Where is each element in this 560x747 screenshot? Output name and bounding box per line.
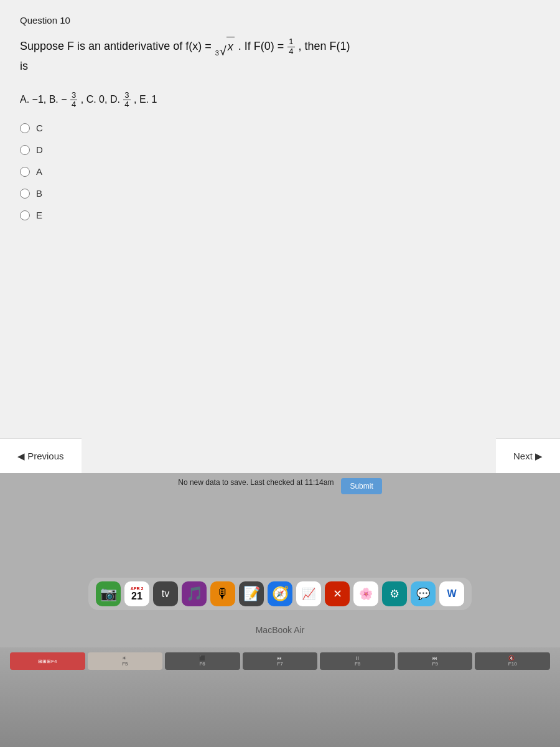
dock-cal-day: 21 [131,591,142,602]
macbook-label: MacBook Air [256,625,305,635]
dock-word-icon[interactable]: W [439,581,464,606]
fn-key-f9[interactable]: ⏭F9 [398,652,473,670]
option-d[interactable]: D [20,144,540,155]
fn-key-f10[interactable]: 🔇F10 [475,652,550,670]
choices-e-suffix: , E. 1 [134,94,157,105]
radio-c[interactable] [20,123,30,133]
question-text-mid: . If F(0) = [238,40,287,52]
question-text-suffix: , then F(1) [299,40,350,52]
question-label: Question 10 [20,15,540,26]
dock-messages-icon[interactable]: 💬 [411,581,436,606]
dock-facetime-icon[interactable]: 📷 [96,581,121,606]
cube-root-expression: 3 √ x [215,37,235,57]
option-c[interactable]: C [20,123,540,133]
label-b[interactable]: B [36,188,42,199]
fn-key-f8[interactable]: ⏸F8 [320,652,395,670]
fn-key-f6[interactable]: ⬛F6 [165,652,240,670]
previous-button[interactable]: ◀ Previous [0,438,82,473]
dock-stocks-icon[interactable]: 📈 [296,581,321,606]
fn-key-f5[interactable]: ☀F5 [88,652,163,670]
quiz-container: Question 10 Suppose F is an antiderivati… [0,0,560,473]
dock-calendar-icon[interactable]: APR 2 21 [124,581,149,606]
label-c[interactable]: C [36,123,43,133]
mac-area: No new data to save. Last checked at 11:… [0,473,560,747]
choices-c-prefix: , C. 0, D. [81,94,123,105]
f-zero-fraction: 1 4 [287,37,294,56]
label-e[interactable]: E [36,210,42,220]
question-second-line: is [20,60,28,72]
dock-safari-icon[interactable]: 🧭 [268,581,292,606]
question-text-prefix: Suppose F is an antiderivative of f(x) = [20,40,215,52]
dock-cal-month: APR 2 [131,586,144,591]
fn-key-f4[interactable]: ⊞⊞⊞ F4 [10,652,85,670]
submit-button[interactable]: Submit [341,478,381,494]
dock-music-icon[interactable]: 🎵 [182,581,207,606]
dock-settings-icon[interactable]: ⚙ [382,581,407,606]
choice-b-fraction: 3 4 [70,91,77,110]
dock-photos-icon[interactable]: 🌸 [353,581,378,606]
dock-bar: 📷 APR 2 21 tv 🎵 🎙 📝 🧭 📈 ✕ 🌸 ⚙ 💬 W [88,578,472,610]
next-button[interactable]: Next ▶ [496,438,560,473]
radio-e[interactable] [20,210,30,220]
label-d[interactable]: D [36,144,43,155]
radio-d[interactable] [20,145,30,155]
label-a[interactable]: A [36,166,42,177]
dock-podcast-icon[interactable]: 🎙 [210,581,235,606]
keyboard-row: ⊞⊞⊞ F4 ☀F5 ⬛F6 ⏮F7 ⏸F8 ⏭F9 🔇F10 [0,647,560,747]
choices-prefix: A. −1, B. − [20,94,67,105]
option-b[interactable]: B [20,188,540,199]
option-e[interactable]: E [20,210,540,220]
radio-options: C D A B E [20,123,540,220]
dock-excel-icon[interactable]: ✕ [325,581,350,606]
question-text: Suppose F is an antiderivative of f(x) =… [20,37,540,76]
choice-d-fraction: 3 4 [123,91,130,110]
option-a[interactable]: A [20,166,540,177]
dock-tv-icon[interactable]: tv [153,581,178,606]
fn-keys-row: ⊞⊞⊞ F4 ☀F5 ⬛F6 ⏮F7 ⏸F8 ⏭F9 🔇F10 [0,647,560,670]
fn-key-f7[interactable]: ⏮F7 [243,652,318,670]
radio-a[interactable] [20,167,30,177]
status-bar-area: No new data to save. Last checked at 11:… [0,473,560,497]
nav-bar: ◀ Previous Next ▶ [0,438,560,473]
choices-label: A. −1, B. − 3 4 , C. 0, D. 3 4 , E. 1 [20,91,540,110]
dock-notes-icon[interactable]: 📝 [239,581,264,606]
radio-b[interactable] [20,189,30,199]
status-text: No new data to save. Last checked at 11:… [178,478,334,494]
